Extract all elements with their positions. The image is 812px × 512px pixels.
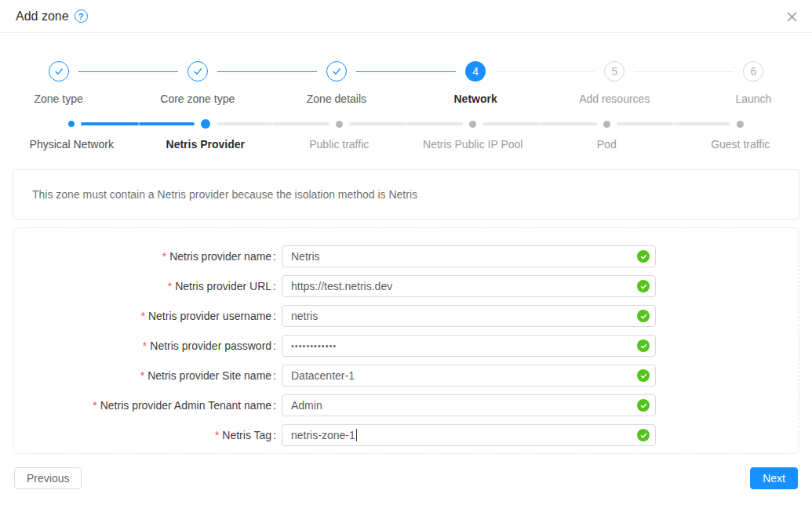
- text-cursor: [356, 429, 357, 441]
- step-zone-details: Zone details: [267, 61, 406, 105]
- step-number-badge: 6: [743, 61, 763, 82]
- valid-check-icon: [637, 310, 650, 322]
- netris-provider-name-input[interactable]: Netris: [282, 245, 656, 267]
- input-value: https://test.netris.dev: [291, 280, 392, 292]
- step-label: Core zone type: [160, 93, 235, 105]
- check-icon: [188, 61, 208, 82]
- step-core-zone-type: Core zone type: [128, 61, 267, 105]
- netris-provider-url-input[interactable]: https://test.netris.dev: [282, 275, 656, 297]
- help-icon[interactable]: ?: [75, 9, 88, 23]
- form-row: *Netris provider URL: https://test.netri…: [13, 275, 799, 297]
- step-dot-icon: [469, 121, 476, 128]
- valid-check-icon: [637, 340, 650, 352]
- field-label: *Netris provider Site name:: [13, 369, 276, 382]
- step-dot-icon: [336, 121, 343, 128]
- page-title: Add zone: [16, 9, 69, 24]
- close-icon[interactable]: [785, 10, 798, 23]
- step-network: 4 Network: [406, 61, 545, 105]
- step-label: Launch: [735, 93, 771, 105]
- netris-tag-input[interactable]: netris-zone-1: [282, 424, 656, 446]
- field-label: *Netris provider URL:: [13, 280, 276, 292]
- previous-button[interactable]: Previous: [14, 467, 82, 489]
- substep-guest-traffic: Guest traffic: [674, 119, 808, 151]
- step-zone-type: Zone type: [0, 61, 128, 105]
- substep-netris-provider: Netris Provider: [139, 119, 273, 151]
- required-marker: *: [93, 399, 96, 412]
- netris-provider-admin-tenant-name-input[interactable]: Admin: [282, 394, 656, 416]
- required-marker: *: [140, 310, 144, 322]
- substep-label: Netris Public IP Pool: [423, 138, 523, 151]
- step-label: Network: [453, 93, 497, 105]
- input-value: Datacenter-1: [291, 369, 355, 382]
- substep-label: Pod: [597, 138, 617, 151]
- form-row: *Netris Tag: netris-zone-1: [13, 424, 799, 446]
- network-substeps: Physical Network Netris Provider Public …: [5, 119, 807, 151]
- required-marker: *: [140, 369, 144, 382]
- step-number-badge: 4: [465, 61, 486, 82]
- field-label: *Netris provider name:: [13, 250, 276, 263]
- netris-provider-form: *Netris provider name: Netris *Netris pr…: [13, 227, 799, 454]
- substep-label: Netris Provider: [166, 138, 245, 151]
- input-value: Netris: [291, 250, 320, 263]
- step-add-resources: 5 Add resources: [545, 61, 684, 105]
- field-label: *Netris provider Admin Tenant name:: [13, 399, 276, 412]
- required-marker: *: [168, 280, 172, 292]
- field-label: *Netris Tag:: [13, 429, 276, 441]
- substep-label: Guest traffic: [711, 138, 770, 151]
- wizard-steps: Zone type Core zone type Zone details 4 …: [0, 61, 812, 105]
- valid-check-icon: [637, 250, 650, 263]
- valid-check-icon: [637, 369, 650, 382]
- input-value: netris-zone-1: [291, 429, 355, 441]
- input-value: ••••••••••••: [291, 341, 337, 350]
- form-row: *Netris provider name: Netris: [13, 245, 799, 267]
- step-dot-icon: [68, 121, 75, 127]
- step-launch: 6 Launch: [684, 61, 812, 105]
- required-marker: *: [162, 250, 166, 263]
- required-marker: *: [143, 340, 147, 352]
- wizard-footer: Previous Next: [0, 467, 812, 489]
- input-value: netris: [291, 310, 318, 322]
- substep-label: Public traffic: [309, 138, 369, 151]
- step-number-badge: 5: [604, 61, 624, 82]
- check-icon: [326, 61, 347, 82]
- netris-provider-site-name-input[interactable]: Datacenter-1: [282, 365, 656, 387]
- step-label: Add resources: [579, 93, 650, 105]
- form-row: *Netris provider password: ••••••••••••: [13, 335, 799, 357]
- step-dot-icon: [603, 121, 610, 128]
- input-value: Admin: [291, 399, 322, 412]
- notice-card: This zone must contain a Netris provider…: [13, 169, 799, 220]
- next-button[interactable]: Next: [750, 467, 798, 489]
- field-label: *Netris provider username:: [13, 310, 276, 322]
- check-icon: [49, 61, 69, 82]
- valid-check-icon: [637, 429, 650, 441]
- substep-public-traffic: Public traffic: [272, 119, 406, 151]
- netris-provider-password-input[interactable]: ••••••••••••: [282, 335, 656, 357]
- form-row: *Netris provider username: netris: [13, 305, 799, 327]
- form-row: *Netris provider Site name: Datacenter-1: [13, 365, 799, 387]
- step-dot-icon: [737, 121, 744, 128]
- substep-physical-network: Physical Network: [5, 119, 139, 151]
- step-label: Zone details: [307, 93, 366, 105]
- substep-pod: Pod: [540, 119, 674, 151]
- notice-text: This zone must contain a Netris provider…: [32, 188, 417, 201]
- required-marker: *: [215, 429, 219, 441]
- step-dot-icon: [201, 119, 210, 129]
- step-label: Zone type: [34, 93, 82, 105]
- netris-provider-username-input[interactable]: netris: [282, 305, 656, 327]
- substep-label: Physical Network: [30, 138, 114, 151]
- form-row: *Netris provider Admin Tenant name: Admi…: [13, 394, 799, 416]
- valid-check-icon: [637, 399, 650, 412]
- substep-netris-public-ip-pool: Netris Public IP Pool: [406, 119, 541, 151]
- field-label: *Netris provider password:: [13, 340, 276, 352]
- dialog-header: Add zone ?: [0, 0, 812, 33]
- valid-check-icon: [637, 280, 650, 292]
